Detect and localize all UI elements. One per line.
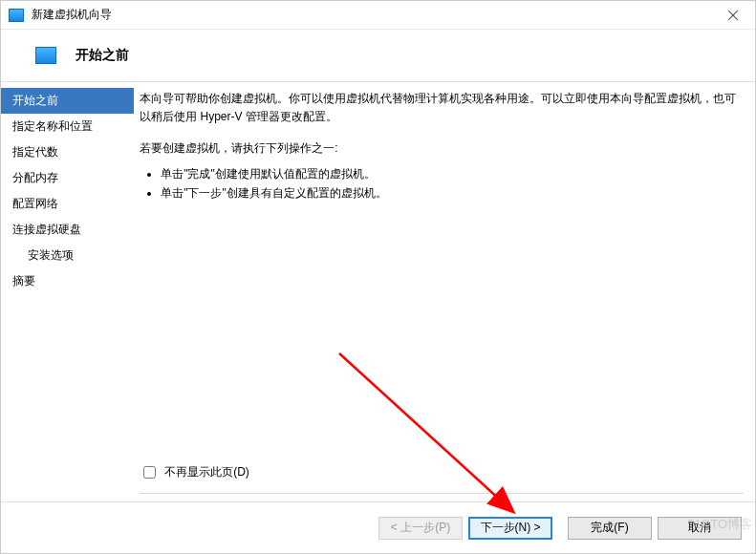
nav-button-group: < 上一步(P) 下一步(N) >	[378, 517, 552, 540]
intro-text: 本向导可帮助你创建虚拟机。你可以使用虚拟机代替物理计算机实现各种用途。可以立即使…	[140, 90, 744, 126]
wizard-step[interactable]: 配置网络	[1, 191, 134, 217]
wizard-header: 开始之前	[1, 30, 755, 82]
wizard-step[interactable]: 指定代数	[1, 139, 134, 165]
page-heading: 开始之前	[76, 47, 129, 64]
wizard-steps-sidebar: 开始之前指定名称和位置指定代数分配内存配置网络连接虚拟硬盘安装选项摘要	[1, 82, 134, 501]
vm-app-icon	[9, 9, 24, 22]
next-button[interactable]: 下一步(N) >	[468, 517, 552, 540]
vm-icon	[35, 47, 56, 64]
prev-button: < 上一步(P)	[378, 517, 463, 540]
wizard-footer: < 上一步(P) 下一步(N) > 完成(F) 取消	[1, 501, 755, 553]
wizard-step[interactable]: 分配内存	[1, 165, 134, 191]
instruction-list: 单击"完成"创建使用默认值配置的虚拟机。单击"下一步"创建具有自定义配置的虚拟机…	[140, 164, 744, 203]
close-button[interactable]	[711, 1, 755, 30]
dont-show-again-label: 不再显示此页(D)	[164, 464, 249, 480]
dont-show-again-checkbox[interactable]	[143, 466, 156, 479]
titlebar: 新建虚拟机向导	[1, 1, 755, 30]
wizard-step[interactable]: 指定名称和位置	[1, 114, 134, 139]
instruction-text: 若要创建虚拟机，请执行下列操作之一:	[140, 139, 744, 158]
wizard-window: 新建虚拟机向导 开始之前 开始之前指定名称和位置指定代数分配内存配置网络连接虚拟…	[0, 0, 756, 554]
dont-show-again-row: 不再显示此页(D)	[140, 459, 744, 487]
close-icon	[728, 11, 738, 20]
wizard-step[interactable]: 摘要	[1, 268, 134, 294]
wizard-content: 本向导可帮助你创建虚拟机。你可以使用虚拟机代替物理计算机实现各种用途。可以立即使…	[134, 82, 755, 501]
finish-button[interactable]: 完成(F)	[568, 517, 652, 540]
watermark: 51CTO博客	[687, 516, 752, 533]
instruction-item: 单击"下一步"创建具有自定义配置的虚拟机。	[161, 183, 744, 202]
wizard-body: 开始之前指定名称和位置指定代数分配内存配置网络连接虚拟硬盘安装选项摘要 本向导可…	[1, 82, 755, 501]
wizard-step[interactable]: 安装选项	[1, 243, 134, 268]
window-title: 新建虚拟机向导	[32, 7, 112, 23]
wizard-step[interactable]: 开始之前	[1, 88, 134, 114]
instruction-item: 单击"完成"创建使用默认值配置的虚拟机。	[161, 164, 744, 183]
wizard-step[interactable]: 连接虚拟硬盘	[1, 217, 134, 243]
content-divider	[140, 493, 744, 494]
